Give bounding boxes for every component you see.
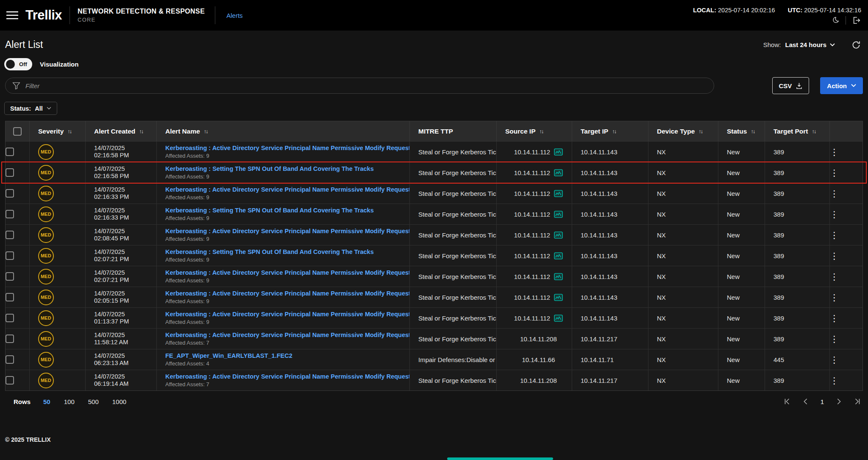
- alert-name-link[interactable]: Kerberoasting : Active Directory Service…: [165, 311, 409, 318]
- sort-icon[interactable]: [751, 128, 754, 134]
- flow-chart-icon[interactable]: [554, 190, 563, 197]
- flow-chart-icon[interactable]: [554, 231, 563, 239]
- row-checkbox[interactable]: [6, 272, 14, 281]
- flow-chart-icon[interactable]: [554, 211, 563, 218]
- table-row[interactable]: MED 14/07/2025 11:58:12 AM Kerberoasting…: [6, 328, 862, 349]
- alert-name-link[interactable]: FE_APT_Wiper_Win_EARLYBLAST_1.FEC2: [165, 352, 409, 359]
- visualization-toggle[interactable]: Off: [4, 58, 32, 70]
- column-header-severity[interactable]: Severity: [30, 121, 86, 141]
- sort-icon[interactable]: [67, 128, 71, 134]
- table-row[interactable]: MED 14/07/2025 02:16:33 PM Kerberoasting…: [6, 204, 862, 224]
- sort-icon[interactable]: [612, 128, 616, 134]
- alert-name-link[interactable]: Kerberoasting : Active Directory Service…: [165, 332, 409, 338]
- table-row[interactable]: MED 14/07/2025 02:16:58 PM Kerberoasting…: [6, 162, 862, 183]
- row-checkbox[interactable]: [6, 148, 14, 156]
- column-header-alert-created[interactable]: Alert Created: [86, 121, 157, 141]
- row-menu-icon[interactable]: [830, 355, 862, 364]
- dark-mode-icon[interactable]: [831, 16, 840, 25]
- row-menu-icon[interactable]: [830, 148, 862, 156]
- row-menu-icon[interactable]: [830, 272, 862, 281]
- csv-button[interactable]: CSV: [772, 77, 809, 94]
- rows-option-100[interactable]: 100: [64, 398, 75, 405]
- sort-icon[interactable]: [812, 128, 816, 134]
- first-page-icon[interactable]: [783, 398, 791, 405]
- alert-name-link[interactable]: Kerberoasting : Active Directory Service…: [165, 373, 409, 380]
- row-checkbox[interactable]: [6, 168, 14, 177]
- menu-icon[interactable]: [3, 6, 21, 24]
- status-filter-dropdown[interactable]: Status: All: [4, 102, 57, 115]
- utc-time: UTC: 2025-07-14 14:32:16: [788, 7, 861, 14]
- filter-input[interactable]: [25, 82, 707, 89]
- table-row[interactable]: MED 14/07/2025 01:13:37 PM Kerberoasting…: [6, 307, 862, 328]
- row-checkbox[interactable]: [6, 251, 14, 260]
- column-header-status[interactable]: Status: [718, 121, 765, 141]
- row-checkbox[interactable]: [6, 210, 14, 218]
- last-page-icon[interactable]: [854, 398, 861, 405]
- alert-name-link[interactable]: Kerberoasting : Active Directory Service…: [165, 145, 409, 151]
- row-menu-icon[interactable]: [830, 293, 862, 302]
- horizontal-scrollbar-thumb[interactable]: [447, 457, 553, 460]
- alert-name-link[interactable]: Kerberoasting : Setting The SPN Out Of B…: [165, 165, 409, 172]
- table-row[interactable]: MED 14/07/2025 06:23:13 AM FE_APT_Wiper_…: [6, 349, 862, 370]
- previous-page-icon[interactable]: [802, 398, 810, 405]
- sort-icon[interactable]: [204, 128, 208, 134]
- row-checkbox[interactable]: [6, 335, 14, 343]
- table-row[interactable]: MED 14/07/2025 02:08:45 PM Kerberoasting…: [6, 224, 862, 245]
- alert-name-link[interactable]: Kerberoasting : Active Directory Service…: [165, 228, 409, 234]
- row-checkbox[interactable]: [6, 189, 14, 198]
- nav-alerts-link[interactable]: Alerts: [226, 12, 242, 19]
- logout-icon[interactable]: [852, 16, 861, 25]
- table-row[interactable]: MED 14/07/2025 02:16:33 PM Kerberoasting…: [6, 183, 862, 204]
- sort-icon[interactable]: [540, 128, 543, 134]
- current-page[interactable]: 1: [821, 398, 824, 405]
- cell-severity: MED: [30, 204, 86, 224]
- alert-name-link[interactable]: Kerberoasting : Setting The SPN Out Of B…: [165, 248, 409, 255]
- sort-icon[interactable]: [698, 128, 702, 134]
- sort-icon[interactable]: [139, 128, 143, 134]
- table-row[interactable]: MED 14/07/2025 02:05:15 PM Kerberoasting…: [6, 287, 862, 307]
- table-row[interactable]: MED 14/07/2025 06:19:14 AM Kerberoasting…: [6, 370, 862, 390]
- select-all-checkbox[interactable]: [13, 127, 22, 136]
- next-page-icon[interactable]: [835, 398, 843, 405]
- flow-chart-icon[interactable]: [554, 273, 563, 280]
- row-menu-icon[interactable]: [830, 376, 862, 385]
- flow-chart-icon[interactable]: [554, 252, 563, 259]
- column-header-target-ip[interactable]: Target IP: [572, 121, 648, 141]
- row-menu-icon[interactable]: [830, 251, 862, 260]
- table-row[interactable]: MED 14/07/2025 02:07:21 PM Kerberoasting…: [6, 266, 862, 287]
- column-header-alert-name[interactable]: Alert Name: [157, 121, 410, 141]
- rows-option-50[interactable]: 50: [43, 398, 50, 405]
- flow-chart-icon[interactable]: [554, 315, 563, 322]
- row-menu-icon[interactable]: [830, 335, 862, 343]
- column-header-source-ip[interactable]: Source IP: [497, 121, 572, 141]
- row-menu-icon[interactable]: [830, 168, 862, 177]
- refresh-icon[interactable]: [851, 40, 861, 50]
- column-header-device-type[interactable]: Device Type: [648, 121, 718, 141]
- filter-field[interactable]: [5, 78, 714, 94]
- row-checkbox[interactable]: [6, 231, 14, 239]
- row-checkbox[interactable]: [6, 314, 14, 322]
- cell-target-port: 389: [765, 204, 830, 224]
- table-row[interactable]: MED 14/07/2025 02:07:21 PM Kerberoasting…: [6, 245, 862, 266]
- row-menu-icon[interactable]: [830, 231, 862, 240]
- row-checkbox[interactable]: [6, 355, 14, 364]
- action-button[interactable]: Action: [820, 77, 863, 94]
- time-range-dropdown[interactable]: Last 24 hours: [785, 41, 835, 48]
- rows-option-500[interactable]: 500: [88, 398, 99, 405]
- alert-name-link[interactable]: Kerberoasting : Setting The SPN Out Of B…: [165, 207, 409, 214]
- cell-target-port: 389: [765, 266, 830, 287]
- alert-name-link[interactable]: Kerberoasting : Active Directory Service…: [165, 269, 409, 276]
- row-menu-icon[interactable]: [830, 210, 862, 219]
- flow-chart-icon[interactable]: [554, 148, 563, 156]
- rows-option-1000[interactable]: 1000: [112, 398, 126, 405]
- row-menu-icon[interactable]: [830, 189, 862, 198]
- flow-chart-icon[interactable]: [554, 169, 563, 176]
- alert-name-link[interactable]: Kerberoasting : Active Directory Service…: [165, 290, 409, 297]
- flow-chart-icon[interactable]: [554, 294, 563, 301]
- row-checkbox[interactable]: [6, 293, 14, 301]
- row-checkbox[interactable]: [6, 376, 14, 385]
- row-menu-icon[interactable]: [830, 314, 862, 323]
- table-row[interactable]: MED 14/07/2025 02:16:58 PM Kerberoasting…: [6, 141, 862, 162]
- alert-name-link[interactable]: Kerberoasting : Active Directory Service…: [165, 186, 409, 193]
- column-header-target-port[interactable]: Target Port: [765, 121, 830, 141]
